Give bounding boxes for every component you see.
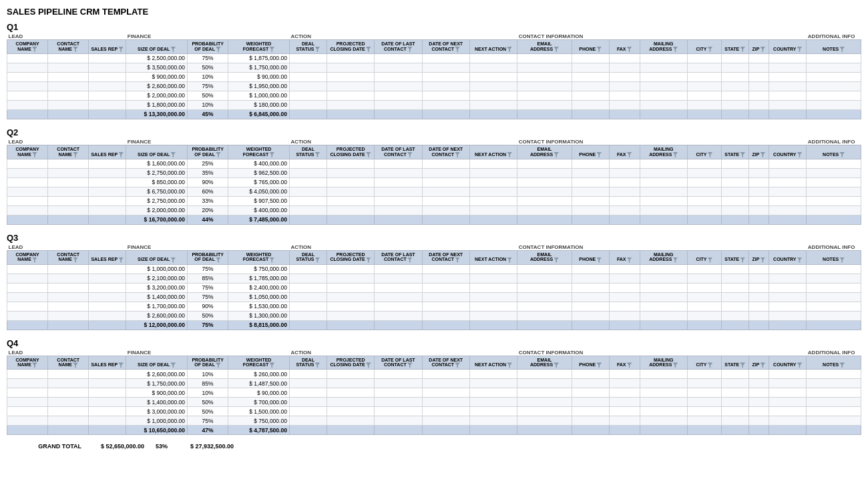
- col-header-9[interactable]: DATE OF NEXTCONTACT: [422, 145, 469, 159]
- col-header-7[interactable]: PROJECTEDCLOSING DATE: [327, 250, 374, 264]
- filter-icon[interactable]: [118, 152, 124, 157]
- filter-icon[interactable]: [672, 362, 678, 368]
- filter-icon[interactable]: [269, 152, 274, 157]
- filter-icon[interactable]: [707, 362, 712, 368]
- filter-icon[interactable]: [455, 152, 460, 157]
- filter-icon[interactable]: [118, 47, 124, 52]
- filter-icon[interactable]: [32, 258, 37, 263]
- filter-icon[interactable]: [707, 152, 712, 157]
- filter-icon[interactable]: [760, 258, 765, 263]
- filter-icon[interactable]: [839, 47, 845, 52]
- filter-icon[interactable]: [596, 152, 602, 157]
- col-header-1[interactable]: CONTACTNAME: [48, 40, 89, 54]
- col-header-6[interactable]: DEALSTATUS: [289, 40, 327, 54]
- filter-icon[interactable]: [797, 258, 802, 263]
- filter-icon[interactable]: [314, 258, 320, 263]
- filter-icon[interactable]: [627, 258, 632, 263]
- filter-icon[interactable]: [118, 362, 124, 368]
- col-header-15[interactable]: CITY: [687, 356, 721, 370]
- col-header-4[interactable]: PROBABILITYOF DEAL: [188, 40, 228, 54]
- col-header-6[interactable]: DEALSTATUS: [289, 250, 327, 264]
- filter-icon[interactable]: [554, 362, 559, 368]
- col-header-9[interactable]: DATE OF NEXTCONTACT: [422, 356, 469, 370]
- col-header-4[interactable]: PROBABILITYOF DEAL: [188, 145, 228, 159]
- filter-icon[interactable]: [366, 258, 371, 263]
- filter-icon[interactable]: [455, 258, 460, 263]
- col-header-4[interactable]: PROBABILITYOF DEAL: [188, 356, 228, 370]
- col-header-11[interactable]: EMAILADDRESS: [517, 145, 572, 159]
- col-header-10[interactable]: NEXT ACTION: [469, 40, 517, 54]
- filter-icon[interactable]: [455, 362, 460, 368]
- filter-icon[interactable]: [839, 152, 845, 157]
- filter-icon[interactable]: [366, 152, 371, 157]
- col-header-14[interactable]: MAILINGADDRESS: [640, 145, 687, 159]
- filter-icon[interactable]: [554, 258, 559, 263]
- col-header-3[interactable]: SIZE OF DEAL: [126, 250, 188, 264]
- filter-icon[interactable]: [407, 47, 413, 52]
- col-header-19[interactable]: NOTES: [807, 356, 861, 370]
- col-header-9[interactable]: DATE OF NEXTCONTACT: [422, 250, 469, 264]
- filter-icon[interactable]: [366, 362, 371, 368]
- filter-icon[interactable]: [740, 47, 745, 52]
- col-header-11[interactable]: EMAILADDRESS: [517, 40, 572, 54]
- col-header-0[interactable]: COMPANYNAME: [7, 145, 48, 159]
- filter-icon[interactable]: [627, 152, 632, 157]
- col-header-15[interactable]: CITY: [687, 40, 721, 54]
- filter-icon[interactable]: [507, 152, 512, 157]
- filter-icon[interactable]: [269, 47, 274, 52]
- col-header-16[interactable]: STATE: [721, 40, 748, 54]
- filter-icon[interactable]: [760, 152, 765, 157]
- filter-icon[interactable]: [32, 362, 37, 368]
- filter-icon[interactable]: [740, 362, 745, 368]
- filter-icon[interactable]: [672, 152, 678, 157]
- col-header-9[interactable]: DATE OF NEXTCONTACT: [422, 40, 469, 54]
- filter-icon[interactable]: [314, 152, 320, 157]
- col-header-5[interactable]: WEIGHTEDFORECAST: [228, 250, 290, 264]
- col-header-8[interactable]: DATE OF LASTCONTACT: [375, 250, 422, 264]
- col-header-4[interactable]: PROBABILITYOF DEAL: [188, 250, 228, 264]
- filter-icon[interactable]: [740, 152, 745, 157]
- col-header-7[interactable]: PROJECTEDCLOSING DATE: [327, 356, 374, 370]
- filter-icon[interactable]: [32, 152, 37, 157]
- filter-icon[interactable]: [32, 47, 37, 52]
- filter-icon[interactable]: [73, 152, 78, 157]
- col-header-18[interactable]: COUNTRY: [769, 250, 807, 264]
- filter-icon[interactable]: [170, 258, 176, 263]
- col-header-14[interactable]: MAILINGADDRESS: [640, 356, 687, 370]
- filter-icon[interactable]: [216, 362, 221, 368]
- filter-icon[interactable]: [407, 152, 413, 157]
- col-header-16[interactable]: STATE: [721, 250, 748, 264]
- col-header-8[interactable]: DATE OF LASTCONTACT: [375, 145, 422, 159]
- filter-icon[interactable]: [672, 258, 678, 263]
- col-header-0[interactable]: COMPANYNAME: [7, 250, 48, 264]
- col-header-17[interactable]: ZIP: [748, 250, 769, 264]
- col-header-12[interactable]: PHONE: [572, 40, 609, 54]
- filter-icon[interactable]: [507, 362, 512, 368]
- col-header-5[interactable]: WEIGHTEDFORECAST: [228, 40, 290, 54]
- col-header-0[interactable]: COMPANYNAME: [7, 40, 48, 54]
- col-header-11[interactable]: EMAILADDRESS: [517, 356, 572, 370]
- col-header-16[interactable]: STATE: [721, 356, 748, 370]
- filter-icon[interactable]: [73, 258, 78, 263]
- filter-icon[interactable]: [216, 258, 221, 263]
- filter-icon[interactable]: [269, 362, 274, 368]
- filter-icon[interactable]: [407, 362, 413, 368]
- filter-icon[interactable]: [216, 47, 221, 52]
- filter-icon[interactable]: [797, 152, 802, 157]
- col-header-18[interactable]: COUNTRY: [769, 40, 807, 54]
- col-header-13[interactable]: FAX: [609, 40, 640, 54]
- col-header-16[interactable]: STATE: [721, 145, 748, 159]
- filter-icon[interactable]: [554, 152, 559, 157]
- filter-icon[interactable]: [507, 258, 512, 263]
- filter-icon[interactable]: [170, 152, 176, 157]
- filter-icon[interactable]: [170, 47, 176, 52]
- filter-icon[interactable]: [170, 362, 176, 368]
- filter-icon[interactable]: [740, 258, 745, 263]
- col-header-1[interactable]: CONTACTNAME: [48, 145, 89, 159]
- col-header-2[interactable]: SALES REP: [89, 250, 126, 264]
- col-header-7[interactable]: PROJECTEDCLOSING DATE: [327, 145, 374, 159]
- filter-icon[interactable]: [707, 47, 712, 52]
- filter-icon[interactable]: [455, 47, 460, 52]
- col-header-0[interactable]: COMPANYNAME: [7, 356, 48, 370]
- col-header-12[interactable]: PHONE: [572, 356, 609, 370]
